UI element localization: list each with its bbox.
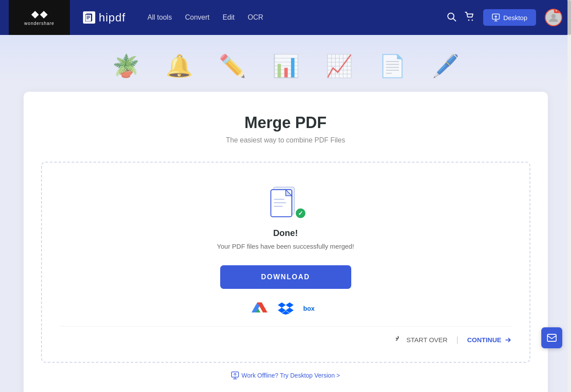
navbar: ❖❖ wondershare hipdf All tools Convert E… [0, 0, 571, 35]
scrollbar-thumb[interactable] [568, 0, 571, 35]
nav-all-tools[interactable]: All tools [147, 14, 172, 21]
offline-bar: Work Offline? Try Desktop Version > [41, 371, 530, 379]
nav-convert[interactable]: Convert [185, 14, 209, 21]
offline-link[interactable]: Work Offline? Try Desktop Version > [41, 371, 530, 379]
hipdf-logo-icon [83, 11, 95, 24]
continue-label: CONTINUE [467, 336, 501, 343]
wondershare-brand: ❖❖ wondershare [9, 0, 70, 35]
illus-pencil-icon: ✏️ [219, 53, 246, 79]
svg-point-8 [471, 19, 473, 21]
start-over-button[interactable]: START OVER [396, 336, 447, 344]
cart-button[interactable] [465, 12, 474, 24]
search-button[interactable] [446, 12, 456, 24]
dropbox-button[interactable] [277, 300, 294, 317]
continue-button[interactable]: CONTINUE [467, 336, 512, 344]
ws-logo-text: wondershare [24, 21, 55, 26]
svg-rect-1 [85, 14, 91, 21]
desktop-button[interactable]: Desktop [483, 9, 536, 26]
cloud-storage-icons: box [251, 300, 321, 317]
google-drive-button[interactable] [251, 300, 268, 317]
done-title: Done! [273, 228, 298, 238]
hipdf-logo-text: hipdf [99, 11, 125, 24]
scrollbar-track[interactable] [568, 0, 571, 392]
nav-ocr[interactable]: OCR [248, 14, 263, 21]
page-subtitle: The easiest way to combine PDF Files [41, 136, 530, 144]
result-zone: ✓ Done! Your PDF files have been success… [41, 162, 530, 363]
start-over-label: START OVER [406, 336, 447, 343]
illus-document-icon: 📄 [379, 53, 406, 79]
illustration-row: 🪴 🔔 ✏️ 📊 📈 📄 🖊️ [0, 53, 571, 83]
offline-text: Work Offline? Try Desktop Version > [242, 372, 340, 379]
svg-point-12 [551, 14, 556, 18]
bottom-actions: START OVER | CONTINUE [59, 326, 512, 344]
check-icon: ✓ [294, 207, 307, 219]
desktop-label: Desktop [503, 14, 527, 21]
hipdf-logo-link[interactable]: hipdf [83, 11, 125, 24]
svg-point-7 [468, 19, 469, 21]
ws-logo-icon: ❖❖ [31, 10, 48, 21]
svg-text:box: box [303, 305, 315, 312]
floating-email-button[interactable] [541, 327, 562, 348]
illus-monitor-icon: 📈 [325, 53, 353, 79]
svg-line-6 [453, 18, 456, 21]
illus-plant-icon: 🪴 [112, 53, 139, 79]
illus-lamp-icon: 🔔 [166, 53, 193, 79]
pro-badge: Pro [554, 9, 562, 13]
avatar-button[interactable]: Pro [545, 9, 562, 26]
merge-pdf-card: Merge PDF The easiest way to combine PDF… [24, 92, 548, 392]
nav-edit[interactable]: Edit [222, 14, 235, 21]
svg-rect-27 [547, 334, 556, 341]
done-text: Your PDF files have been successfully me… [217, 243, 354, 250]
illus-pen-icon: 🖊️ [432, 53, 459, 79]
action-divider: | [456, 335, 458, 344]
nav-actions: Desktop Pro [446, 9, 562, 26]
box-button[interactable]: box [303, 300, 321, 317]
success-icon-wrapper: ✓ [268, 184, 303, 219]
bg-illustration: 🪴 🔔 ✏️ 📊 📈 📄 🖊️ [0, 35, 571, 83]
main-content: Merge PDF The easiest way to combine PDF… [0, 83, 571, 392]
download-button[interactable]: DOWNLOAD [220, 265, 351, 289]
nav-links: All tools Convert Edit OCR [147, 14, 438, 21]
page-title: Merge PDF [41, 114, 530, 132]
document-icon [268, 184, 299, 219]
illus-chart-icon: 📊 [272, 53, 299, 79]
